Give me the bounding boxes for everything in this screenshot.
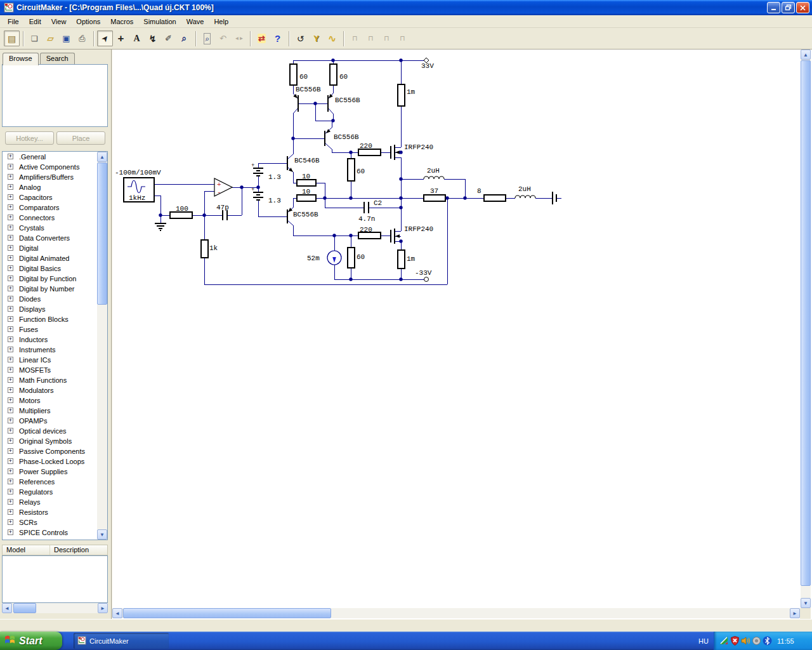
minimize-button[interactable] — [767, 2, 780, 13]
start-button[interactable]: Start — [0, 632, 62, 650]
category-inductors[interactable]: +Inductors — [3, 335, 107, 345]
expand-plus-icon[interactable]: + — [8, 529, 13, 535]
menu-item-help[interactable]: Help — [209, 17, 233, 27]
hotkey-button[interactable]: Hotkey... — [5, 131, 54, 145]
expand-plus-icon[interactable]: + — [8, 306, 13, 312]
resistor-100[interactable] — [170, 212, 192, 218]
expand-plus-icon[interactable]: + — [8, 489, 13, 494]
place-button[interactable]: Place — [56, 131, 105, 145]
expand-plus-icon[interactable]: + — [8, 448, 13, 454]
canvas-scroll-down-icon[interactable]: ▼ — [801, 598, 811, 608]
expand-plus-icon[interactable]: + — [8, 164, 13, 169]
resistor-60-1[interactable] — [290, 64, 297, 85]
expand-plus-icon[interactable]: + — [8, 367, 13, 373]
expand-plus-icon[interactable]: + — [8, 245, 13, 251]
menu-item-view[interactable]: View — [46, 17, 72, 27]
open-button[interactable]: ▱ — [43, 30, 58, 46]
select-tool-button[interactable]: ➤ — [97, 30, 113, 46]
menu-item-file[interactable]: File — [3, 17, 24, 27]
supply-terminal-neg33v[interactable] — [424, 277, 429, 282]
expand-plus-icon[interactable]: + — [8, 499, 13, 505]
resistor-60-3[interactable] — [348, 159, 355, 181]
category-resistors[interactable]: +Resistors — [3, 507, 107, 517]
category-original-symbols[interactable]: +Original Symbols — [3, 436, 107, 446]
expand-plus-icon[interactable]: + — [8, 296, 13, 302]
zoom-window-button[interactable]: ⌕ — [199, 30, 215, 46]
expand-plus-icon[interactable]: + — [8, 397, 13, 403]
bluetooth-icon[interactable] — [763, 636, 772, 646]
wire[interactable] — [325, 143, 332, 149]
wire[interactable] — [293, 108, 298, 114]
menu-item-edit[interactable]: Edit — [24, 17, 46, 27]
category-diodes[interactable]: +Diodes — [3, 294, 107, 304]
expand-plus-icon[interactable]: + — [8, 479, 13, 484]
canvas-scroll-right-icon[interactable]: ► — [790, 608, 800, 618]
instrument-3-button[interactable]: ⊓ — [379, 30, 395, 46]
expand-plus-icon[interactable]: + — [8, 316, 13, 322]
category-analog[interactable]: +Analog — [3, 182, 107, 192]
expand-plus-icon[interactable]: + — [8, 154, 13, 159]
resistor-37[interactable] — [424, 195, 445, 201]
expand-plus-icon[interactable]: + — [8, 418, 13, 423]
zoom-tool-button[interactable]: ⌕ — [176, 30, 192, 46]
resistor-1m-1[interactable] — [398, 84, 405, 106]
help-button[interactable]: ? — [270, 30, 285, 46]
menu-item-options[interactable]: Options — [71, 17, 105, 27]
category-capacitors[interactable]: +Capacitors — [3, 192, 107, 202]
category-modulators[interactable]: +Modulators — [3, 385, 107, 395]
print-button[interactable]: ⎙ — [74, 30, 90, 46]
expand-plus-icon[interactable]: + — [8, 255, 13, 261]
resistor-60-2[interactable] — [330, 64, 337, 85]
component-library-button[interactable]: ▤ — [4, 30, 20, 46]
options-tool-button[interactable]: Y — [308, 30, 324, 46]
expand-plus-icon[interactable]: + — [8, 519, 13, 525]
wire[interactable] — [328, 108, 333, 114]
category-phase-locked-loops[interactable]: +Phase-Locked Loops — [3, 456, 107, 467]
resistor-220-1[interactable] — [358, 149, 381, 156]
reset-button[interactable]: ↺ — [292, 30, 308, 46]
wire[interactable] — [287, 220, 293, 225]
close-button[interactable] — [796, 2, 809, 13]
new-button[interactable]: ❏ — [27, 30, 43, 46]
resistor-1m-2[interactable] — [398, 250, 405, 269]
tab-search[interactable]: Search — [40, 53, 75, 65]
canvas-scroll-left-icon[interactable]: ◄ — [112, 608, 122, 618]
category-mosfets[interactable]: +MOSFETs — [3, 365, 107, 375]
rotate-button[interactable]: ↶ — [215, 30, 231, 46]
expand-plus-icon[interactable]: + — [8, 184, 13, 190]
category-optical-devices[interactable]: +Optical devices — [3, 426, 107, 436]
schematic-canvas[interactable]: -100m/100mV1kHz10047p1k33V60601mBC556BBC… — [112, 50, 800, 608]
text-tool-button[interactable]: A — [129, 30, 145, 46]
category-multipliers[interactable]: +Multipliers — [3, 406, 107, 416]
category-regulators[interactable]: +Regulators — [3, 487, 107, 497]
expand-plus-icon[interactable]: + — [8, 357, 13, 362]
category-function-blocks[interactable]: +Function Blocks — [3, 314, 107, 324]
category-comparators[interactable]: +Comparators — [3, 202, 107, 213]
canvas-hscrollbar[interactable]: ◄ ► — [112, 608, 800, 618]
expand-plus-icon[interactable]: + — [8, 275, 13, 281]
resistor-1k[interactable] — [201, 240, 208, 258]
wire-tool-button[interactable]: + — [113, 30, 129, 46]
expand-plus-icon[interactable]: + — [8, 225, 13, 230]
category-references[interactable]: +References — [3, 477, 107, 487]
instrument-2-button[interactable]: ⊓ — [363, 30, 379, 46]
category-connectors[interactable]: +Connectors — [3, 213, 107, 223]
description-column-header[interactable]: Description — [50, 545, 107, 555]
tree-scroll-up-icon[interactable]: ▲ — [97, 152, 107, 162]
menu-item-wave[interactable]: Wave — [181, 17, 209, 27]
instrument-1-button[interactable]: ⊓ — [347, 30, 363, 46]
taskbar-item-circuitmaker[interactable]: CircuitMaker — [74, 633, 169, 649]
category-scrs[interactable]: +SCRs — [3, 517, 107, 527]
model-panel-hscrollbar[interactable]: ◄ ► — [2, 603, 108, 613]
tab-browse[interactable]: Browse — [3, 53, 39, 65]
category-digital[interactable]: +Digital — [3, 243, 107, 253]
category-fuses[interactable]: +Fuses — [3, 324, 107, 335]
expand-plus-icon[interactable]: + — [8, 377, 13, 383]
category-digital-animated[interactable]: +Digital Animated — [3, 253, 107, 263]
expand-plus-icon[interactable]: + — [8, 265, 13, 271]
resistor-10-1[interactable] — [297, 180, 316, 186]
wire[interactable] — [287, 154, 293, 159]
expand-plus-icon[interactable]: + — [8, 326, 13, 332]
model-scroll-left-icon[interactable]: ◄ — [2, 603, 12, 613]
category-spice-controls[interactable]: +SPICE Controls — [3, 527, 107, 538]
